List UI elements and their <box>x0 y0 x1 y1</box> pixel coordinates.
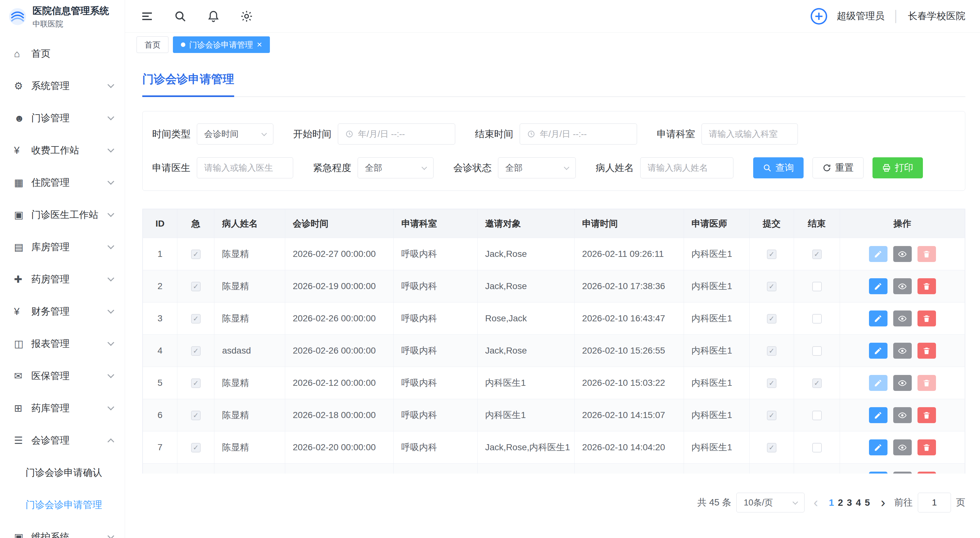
user-role[interactable]: 超级管理员 <box>837 10 885 23</box>
chevron-down-icon <box>108 178 114 185</box>
cell-time: 2026-02-20 00:00:00 <box>285 431 393 464</box>
column-header: 邀请对象 <box>477 209 574 238</box>
delete-button[interactable] <box>918 310 936 326</box>
page-number[interactable]: 1 <box>827 497 836 508</box>
sidebar-item-storehouse[interactable]: ▤库房管理 <box>0 231 125 263</box>
column-header: 申请科室 <box>393 209 477 238</box>
cell-actions <box>840 270 965 302</box>
page-number[interactable]: 5 <box>863 497 872 508</box>
time-type-select[interactable]: 会诊时间 <box>197 124 274 145</box>
start-date-field[interactable] <box>358 129 448 139</box>
sidebar-item-finance[interactable]: ¥财务管理 <box>0 296 125 328</box>
cell-dept: 呼吸内科 <box>393 238 477 270</box>
checkbox <box>812 282 822 291</box>
cell-urgent <box>177 431 215 464</box>
cell-finished <box>794 270 840 302</box>
view-button[interactable] <box>893 472 912 474</box>
sidebar-item-report[interactable]: ◫报表管理 <box>0 328 125 360</box>
patient-name-input[interactable] <box>648 163 726 173</box>
close-tab-icon[interactable]: × <box>257 40 262 49</box>
hospital-name[interactable]: 长春学校医院 <box>908 10 965 23</box>
page-number[interactable]: 2 <box>836 497 845 508</box>
view-button[interactable] <box>893 343 912 359</box>
sidebar-item-drug-store[interactable]: ⊞药库管理 <box>0 392 125 424</box>
chevron-down-icon <box>108 275 114 282</box>
edit-button[interactable] <box>869 310 888 326</box>
view-button[interactable] <box>893 246 912 262</box>
sidebar-subitem[interactable]: 门诊会诊申请管理 <box>0 489 125 521</box>
search-icon[interactable] <box>173 9 188 24</box>
view-button[interactable] <box>893 407 912 423</box>
edit-button[interactable] <box>869 439 888 455</box>
start-time-input[interactable] <box>338 124 455 145</box>
cell-submitted <box>749 302 794 335</box>
sidebar-item-charge[interactable]: ¥收费工作站 <box>0 134 125 167</box>
checkbox <box>191 314 200 323</box>
cell-applied: 2026-02-11 09:26:11 <box>574 238 684 270</box>
tab-home[interactable]: 首页 <box>137 37 169 53</box>
sidebar-subitem[interactable]: 门诊会诊申请确认 <box>0 457 125 489</box>
delete-button[interactable] <box>918 439 936 455</box>
cell-actions <box>840 367 965 399</box>
goto-page-input[interactable] <box>918 493 951 513</box>
view-button[interactable] <box>893 439 912 455</box>
view-button[interactable] <box>893 375 912 391</box>
sidebar-item-maintenance[interactable]: ▣维护系统 <box>0 521 125 538</box>
sidebar-item-doctor-station[interactable]: ▣门诊医生工作站 <box>0 199 125 231</box>
apply-dept-input[interactable] <box>709 129 791 139</box>
edit-button[interactable] <box>869 278 888 294</box>
column-header: 操作 <box>840 209 965 238</box>
table-row: 1陈显精2026-02-27 00:00:00呼吸内科Jack,Rose2026… <box>143 238 965 270</box>
apply-doctor-input[interactable] <box>204 163 286 173</box>
page-number[interactable]: 3 <box>845 497 854 508</box>
status-select[interactable]: 全部 <box>498 157 576 178</box>
home-icon: ⌂ <box>14 48 31 60</box>
page-number[interactable]: 4 <box>854 497 863 508</box>
edit-button[interactable] <box>869 407 888 423</box>
settings-gear-icon[interactable] <box>239 9 254 24</box>
printer-icon <box>882 163 891 172</box>
search-button[interactable]: 查询 <box>753 157 803 178</box>
checkbox <box>767 314 776 323</box>
sidebar-item-pharmacy[interactable]: ✚药房管理 <box>0 263 125 296</box>
hamburger-menu-icon[interactable] <box>140 9 154 24</box>
view-button[interactable] <box>893 310 912 326</box>
view-button[interactable] <box>893 278 912 294</box>
sidebar-item-inpatient[interactable]: ▦住院管理 <box>0 167 125 199</box>
end-time-input[interactable] <box>520 124 637 145</box>
prev-page-button[interactable]: ‹ <box>810 496 822 509</box>
page-size-select[interactable]: 10条/页 <box>736 493 805 513</box>
chevron-down-icon <box>793 500 798 505</box>
cell-dept: 呼吸内科 <box>393 302 477 335</box>
delete-button[interactable] <box>918 278 936 294</box>
delete-button[interactable] <box>918 472 936 474</box>
sidebar-item-home[interactable]: ⌂首页 <box>0 38 125 70</box>
sidebar-item-outpatient[interactable]: ☻门诊管理 <box>0 102 125 134</box>
cell-finished <box>794 335 840 367</box>
notification-bell-icon[interactable] <box>206 9 221 24</box>
checkbox <box>767 379 776 388</box>
urgency-select[interactable]: 全部 <box>358 157 434 178</box>
cell-doctor: 内科医生1 <box>684 270 749 302</box>
print-button[interactable]: 打印 <box>872 157 923 178</box>
edit-button[interactable] <box>869 343 888 359</box>
tabbar: 首页 门诊会诊申请管理 × <box>125 33 980 57</box>
sidebar-item-consultation[interactable]: ☰会诊管理 <box>0 424 125 457</box>
tab-consultation-management[interactable]: 门诊会诊申请管理 × <box>173 37 270 53</box>
clock-icon <box>527 129 535 139</box>
next-page-button[interactable]: › <box>877 496 889 509</box>
edit-button[interactable] <box>869 472 888 474</box>
app-logo: 医院信息管理系统 中联医院 <box>0 0 125 33</box>
delete-button[interactable] <box>918 407 936 423</box>
sidebar-item-system[interactable]: ⚙系统管理 <box>0 70 125 102</box>
checkbox <box>767 250 776 259</box>
delete-button[interactable] <box>918 343 936 359</box>
reset-button[interactable]: 重置 <box>813 157 864 178</box>
active-tab-dot-icon <box>181 43 185 47</box>
cell-invitees <box>477 464 574 474</box>
end-date-field[interactable] <box>540 129 630 139</box>
sidebar-item-insurance[interactable]: ✉医保管理 <box>0 360 125 392</box>
cell-patient: 陈显精 <box>215 270 285 302</box>
checkbox <box>812 379 822 388</box>
drug-store-icon: ⊞ <box>14 403 31 414</box>
